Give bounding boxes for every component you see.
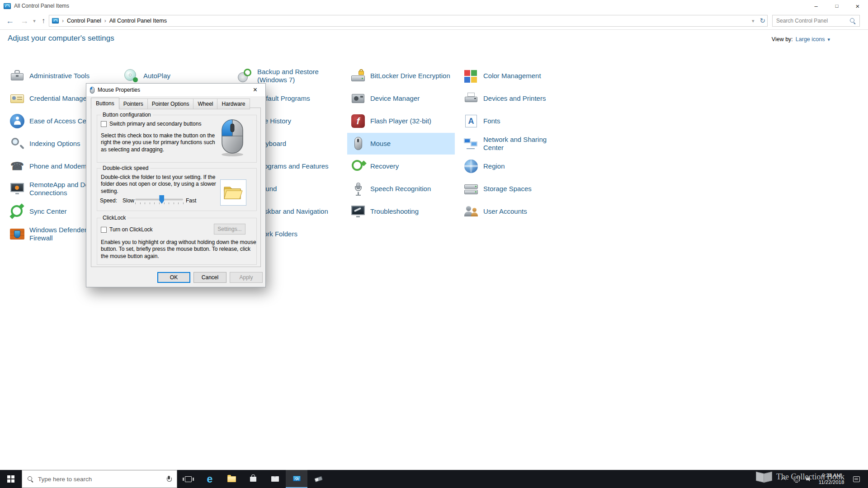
tray-volume[interactable] — [803, 470, 816, 488]
backup-and-restore-icon — [237, 68, 253, 84]
cp-item-network-and-sharing-center[interactable]: Network and SharingCenter — [460, 133, 568, 155]
fast-label: Fast — [186, 197, 196, 204]
double-click-test-area[interactable] — [220, 179, 246, 206]
cp-item-label: Color Management — [483, 72, 541, 80]
cp-item-label: Storage Spaces — [483, 185, 532, 193]
cp-item-label: Backup and Restore(Windows 7) — [257, 68, 319, 84]
button-config-description: Select this check box to make the button… — [101, 132, 217, 153]
task-view-button[interactable] — [177, 470, 199, 488]
cp-item-flash-player[interactable]: fFlash Player (32-bit) — [347, 110, 455, 132]
clicklock-checkbox-row[interactable]: Turn on ClickLock — [101, 226, 153, 233]
dialog-tab-pointer-options[interactable]: Pointer Options — [147, 99, 194, 109]
switch-buttons-checkbox[interactable] — [101, 121, 107, 127]
taskbar-clock[interactable]: 9:26 AM 11/22/2018 — [816, 470, 847, 488]
test-folder-icon — [223, 184, 243, 201]
ok-button[interactable]: OK — [157, 272, 190, 283]
clock-time: 9:26 AM — [816, 472, 847, 479]
dialog-tab-wheel[interactable]: Wheel — [193, 99, 217, 109]
system-tray: 9:26 AM 11/22/2018 — [777, 470, 868, 488]
tray-network[interactable] — [790, 470, 803, 488]
dialog-close-button[interactable] — [245, 84, 265, 96]
autoplay-icon — [123, 68, 139, 84]
dialog-tab-strip: ButtonsPointersPointer OptionsWheelHardw… — [91, 98, 250, 109]
taskbar-app-store[interactable] — [242, 470, 264, 488]
cp-item-label: Credential Manager — [29, 94, 89, 103]
color-management-icon — [463, 68, 479, 84]
cp-item-fonts[interactable]: AFonts — [460, 110, 568, 132]
taskbar-app-mail[interactable] — [264, 470, 286, 488]
network-and-sharing-center-icon — [463, 136, 479, 152]
cancel-button[interactable]: Cancel — [193, 272, 226, 283]
mouse-properties-dialog: Mouse Properties ButtonsPointersPointer … — [86, 83, 266, 287]
speed-label: Speed: — [100, 197, 117, 204]
cp-item-speech-recognition[interactable]: Speech Recognition — [347, 178, 455, 200]
cp-item-device-manager[interactable]: Device Manager — [347, 88, 455, 109]
cp-item-troubleshooting[interactable]: Troubleshooting — [347, 201, 455, 222]
cp-item-label: Taskbar and Navigation — [257, 207, 328, 216]
clicklock-settings-button[interactable]: Settings... — [214, 224, 245, 235]
cp-item-label: Phone and Modem — [29, 162, 87, 170]
dialog-tab-hardware[interactable]: Hardware — [217, 99, 250, 109]
windows-logo-icon — [7, 475, 14, 483]
cp-item-mouse[interactable]: Mouse — [347, 133, 455, 155]
mail-icon — [271, 476, 279, 482]
clicklock-label: Turn on ClickLock — [109, 226, 153, 233]
taskbar-search-placeholder: Type here to search — [38, 476, 161, 483]
dialog-title: Mouse Properties — [98, 87, 140, 93]
administrative-tools-icon — [9, 68, 25, 84]
cp-item-devices-and-printers[interactable]: Devices and Printers — [460, 88, 568, 109]
taskbar-app-eraser[interactable] — [307, 470, 329, 488]
edge-icon: e — [207, 474, 213, 484]
cp-item-label: Sync Center — [29, 207, 67, 216]
taskbar-app-file-explorer[interactable] — [221, 470, 242, 488]
action-center-button[interactable] — [847, 470, 865, 488]
apply-button[interactable]: Apply — [230, 272, 263, 283]
cp-item-region[interactable]: Region — [460, 155, 568, 177]
cp-item-color-management[interactable]: Color Management — [460, 65, 568, 87]
dialog-tab-pointers[interactable]: Pointers — [119, 99, 148, 109]
chevron-up-icon — [781, 477, 786, 482]
windows-defender-firewall-icon — [9, 226, 25, 242]
cp-item-label: Region — [483, 162, 505, 170]
task-view-icon — [185, 476, 192, 482]
cp-item-bitlocker-drive-encryption[interactable]: BitLocker Drive Encryption — [347, 65, 455, 87]
cp-item-label: Fonts — [483, 117, 500, 125]
microphone-icon[interactable] — [166, 476, 171, 483]
cp-item-label: Flash Player (32-bit) — [370, 117, 431, 125]
double-click-description: Double-click the folder to test your set… — [101, 174, 224, 195]
cp-item-label: AutoPlay — [143, 72, 170, 80]
cp-item-storage-spaces[interactable]: Storage Spaces — [460, 178, 568, 200]
volume-icon — [806, 476, 812, 482]
slider-track[interactable] — [135, 199, 183, 200]
desktop-screen: All Control Panel Items Control Panel Al… — [0, 0, 868, 488]
cp-item-label: Network and SharingCenter — [483, 136, 547, 152]
taskbar-app-edge[interactable]: e — [199, 470, 221, 488]
cp-item-label: Windows DefenderFirewall — [29, 226, 87, 243]
cp-item-label: BitLocker Drive Encryption — [370, 72, 450, 80]
dialog-tab-buttons[interactable]: Buttons — [91, 98, 119, 109]
switch-buttons-label: Switch primary and secondary buttons — [109, 121, 201, 127]
credential-manager-icon — [9, 90, 25, 107]
cp-item-recovery[interactable]: Recovery — [347, 155, 455, 177]
sync-center-icon — [9, 203, 25, 220]
button-configuration-group: Button configuration Switch primary and … — [97, 115, 257, 163]
clicklock-description: Enables you to highlight or drag without… — [101, 239, 256, 260]
ease-of-access-center-icon — [9, 113, 25, 129]
control-panel-icon — [293, 476, 301, 481]
cp-item-user-accounts[interactable]: User Accounts — [460, 201, 568, 222]
cp-item-label: Indexing Options — [29, 140, 80, 148]
clicklock-group: ClickLock Turn on ClickLock Settings... … — [97, 218, 257, 265]
taskbar-app-control-panel[interactable] — [286, 470, 307, 488]
cp-item-label: Mouse — [370, 140, 391, 148]
cp-item-label: Troubleshooting — [370, 207, 419, 216]
start-button[interactable] — [0, 470, 22, 488]
indexing-options-icon — [9, 136, 25, 152]
cp-item-label: Recovery — [370, 162, 399, 170]
taskbar-search-box[interactable]: Type here to search — [22, 470, 177, 488]
tray-expand-button[interactable] — [777, 470, 790, 488]
dialog-titlebar: Mouse Properties — [86, 84, 265, 96]
storage-spaces-icon — [463, 181, 479, 197]
clicklock-checkbox[interactable] — [101, 227, 107, 233]
switch-buttons-checkbox-row[interactable]: Switch primary and secondary buttons — [101, 121, 201, 127]
double-click-speed-slider[interactable] — [135, 195, 183, 206]
